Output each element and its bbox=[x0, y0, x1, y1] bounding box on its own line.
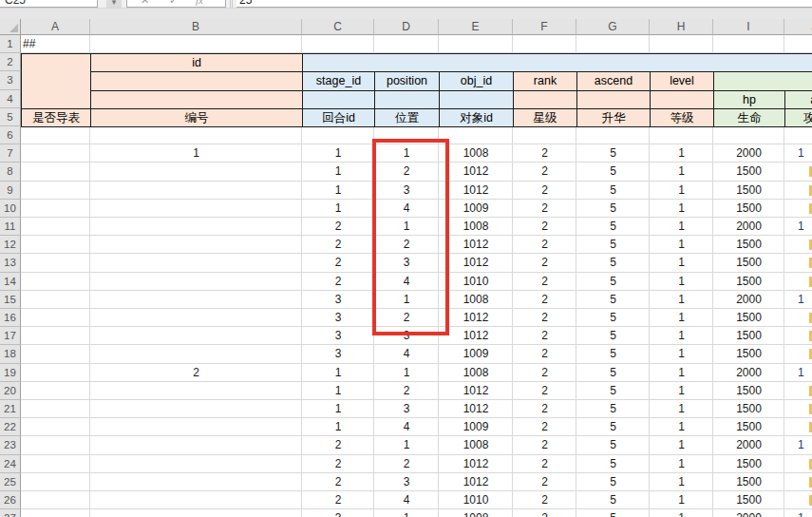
value-H11[interactable]: 1 bbox=[650, 218, 713, 236]
value-J16[interactable] bbox=[784, 309, 812, 327]
value-C14[interactable]: 2 bbox=[302, 273, 374, 291]
column-header-A[interactable]: A bbox=[21, 19, 90, 35]
value-D19[interactable]: 1 bbox=[374, 364, 439, 382]
value-H27[interactable]: 1 bbox=[650, 509, 713, 517]
cell-B12[interactable] bbox=[90, 236, 302, 254]
cell-D1[interactable] bbox=[374, 35, 439, 53]
value-D27[interactable]: 1 bbox=[374, 509, 439, 517]
cell-A22[interactable] bbox=[21, 418, 90, 436]
value-F17[interactable]: 2 bbox=[513, 327, 576, 345]
value-F19[interactable]: 2 bbox=[513, 364, 576, 382]
cell-B21[interactable] bbox=[90, 400, 302, 418]
value-G23[interactable]: 5 bbox=[576, 436, 650, 454]
header-cell-B4[interactable] bbox=[90, 90, 303, 109]
value-E17[interactable]: 1012 bbox=[439, 327, 513, 345]
cell-A26[interactable] bbox=[21, 491, 90, 509]
header-cell-H3[interactable]: level bbox=[650, 71, 714, 90]
column-header-B[interactable]: B bbox=[90, 19, 302, 35]
header-cell-B2[interactable]: id bbox=[90, 53, 303, 72]
cell-B24[interactable] bbox=[90, 455, 302, 473]
value-I20[interactable]: 1500 bbox=[713, 382, 784, 400]
cell-A9[interactable] bbox=[21, 182, 90, 200]
value-I11[interactable]: 2000 bbox=[713, 218, 784, 236]
cell-A14[interactable] bbox=[21, 273, 90, 291]
row-header-1[interactable]: 1 bbox=[0, 35, 21, 53]
row-header-27[interactable]: 27 bbox=[0, 509, 21, 517]
value-I17[interactable]: 1500 bbox=[713, 327, 784, 345]
header-cell-C3[interactable]: stage_id bbox=[302, 71, 375, 90]
cell-B11[interactable] bbox=[90, 218, 302, 236]
value-F27[interactable]: 2 bbox=[513, 509, 576, 517]
value-D24[interactable]: 2 bbox=[374, 455, 439, 473]
value-I8[interactable]: 1500 bbox=[713, 163, 784, 181]
value-E11[interactable]: 1008 bbox=[439, 218, 513, 236]
value-H17[interactable]: 1 bbox=[650, 327, 713, 345]
row-header-17[interactable]: 17 bbox=[0, 327, 21, 345]
value-G16[interactable]: 5 bbox=[576, 309, 650, 327]
cell-A27[interactable] bbox=[21, 509, 90, 517]
cell-J6[interactable] bbox=[784, 126, 812, 144]
header-cell-C4[interactable] bbox=[302, 90, 375, 109]
value-I15[interactable]: 2000 bbox=[713, 291, 784, 309]
cell-A19[interactable] bbox=[21, 364, 90, 382]
cell-I6[interactable] bbox=[713, 126, 784, 144]
value-H15[interactable]: 1 bbox=[650, 291, 713, 309]
value-H10[interactable]: 1 bbox=[650, 200, 713, 218]
value-G25[interactable]: 5 bbox=[576, 473, 650, 491]
value-G21[interactable]: 5 bbox=[576, 400, 650, 418]
value-H16[interactable]: 1 bbox=[650, 309, 713, 327]
value-C27[interactable]: 3 bbox=[302, 509, 374, 517]
header-cell-A2[interactable] bbox=[21, 53, 91, 109]
cell-F1[interactable] bbox=[513, 35, 576, 53]
value-E25[interactable]: 1012 bbox=[439, 473, 513, 491]
select-all-corner[interactable] bbox=[0, 19, 21, 35]
value-E15[interactable]: 1008 bbox=[439, 291, 513, 309]
value-F23[interactable]: 2 bbox=[513, 436, 576, 454]
value-G17[interactable]: 5 bbox=[576, 327, 650, 345]
value-G9[interactable]: 5 bbox=[576, 182, 650, 200]
value-F10[interactable]: 2 bbox=[513, 200, 576, 218]
header-cell-B3[interactable] bbox=[90, 71, 303, 90]
value-J10[interactable] bbox=[784, 200, 812, 218]
header-cell-I3[interactable] bbox=[713, 71, 812, 90]
value-F24[interactable]: 2 bbox=[513, 455, 576, 473]
value-G26[interactable]: 5 bbox=[576, 491, 650, 509]
cell-G6[interactable] bbox=[576, 126, 650, 144]
row-header-19[interactable]: 19 bbox=[0, 364, 21, 382]
cell-B27[interactable] bbox=[90, 509, 302, 517]
value-E16[interactable]: 1012 bbox=[439, 309, 513, 327]
column-header-H[interactable]: H bbox=[650, 19, 713, 35]
value-I9[interactable]: 1500 bbox=[713, 182, 784, 200]
cell-A16[interactable] bbox=[21, 309, 90, 327]
value-H25[interactable]: 1 bbox=[650, 473, 713, 491]
cell-A25[interactable] bbox=[21, 473, 90, 491]
value-G13[interactable]: 5 bbox=[576, 254, 650, 272]
value-C16[interactable]: 3 bbox=[302, 309, 374, 327]
header-cell-D4[interactable] bbox=[374, 90, 440, 109]
value-H22[interactable]: 1 bbox=[650, 418, 713, 436]
value-G18[interactable]: 5 bbox=[576, 345, 650, 363]
value-J13[interactable] bbox=[784, 254, 812, 272]
value-I21[interactable]: 1500 bbox=[713, 400, 784, 418]
cell-A24[interactable] bbox=[21, 455, 90, 473]
header-cell-H4[interactable] bbox=[650, 90, 714, 109]
value-C21[interactable]: 1 bbox=[302, 400, 374, 418]
value-E26[interactable]: 1010 bbox=[439, 491, 513, 509]
cell-I1[interactable] bbox=[713, 35, 784, 53]
value-H8[interactable]: 1 bbox=[650, 163, 713, 181]
cell-B15[interactable] bbox=[90, 291, 302, 309]
name-box-dropdown-icon[interactable]: ▾ bbox=[106, 0, 122, 8]
value-I18[interactable]: 1500 bbox=[713, 345, 784, 363]
header-cell-G4[interactable] bbox=[576, 90, 651, 109]
value-H9[interactable]: 1 bbox=[650, 182, 713, 200]
value-C12[interactable]: 2 bbox=[302, 236, 374, 254]
name-box[interactable]: C25 bbox=[0, 0, 98, 8]
value-H21[interactable]: 1 bbox=[650, 400, 713, 418]
cell-E6[interactable] bbox=[439, 126, 513, 144]
row-header-20[interactable]: 20 bbox=[0, 382, 21, 400]
row-header-22[interactable]: 22 bbox=[0, 418, 21, 436]
header-cell-C5[interactable]: 回合id bbox=[302, 108, 375, 127]
value-J9[interactable] bbox=[784, 182, 812, 200]
column-header-I[interactable]: I bbox=[713, 19, 784, 35]
row-header-14[interactable]: 14 bbox=[0, 273, 21, 291]
